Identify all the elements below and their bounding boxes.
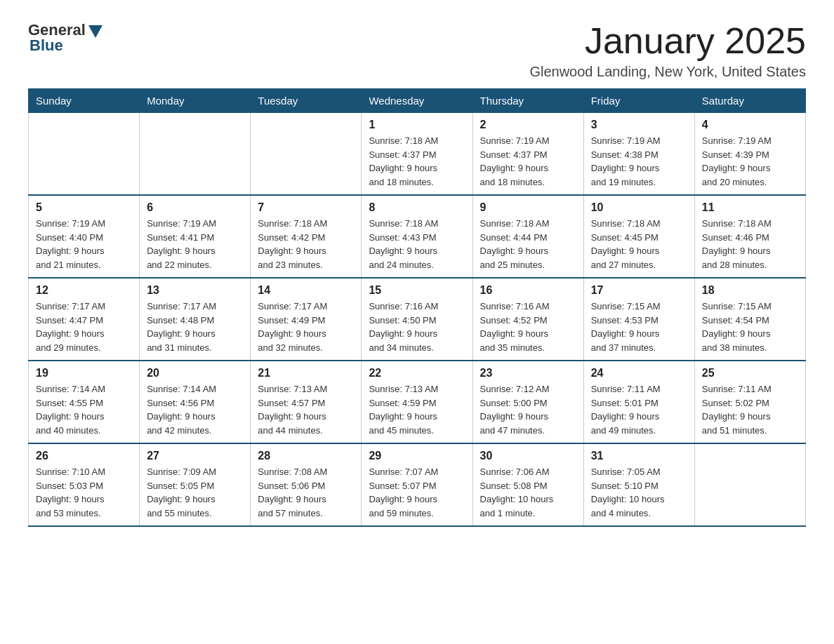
calendar-cell: 14Sunrise: 7:17 AMSunset: 4:49 PMDayligh… xyxy=(251,278,362,361)
calendar-cell: 21Sunrise: 7:13 AMSunset: 4:57 PMDayligh… xyxy=(251,361,362,443)
calendar-week-2: 5Sunrise: 7:19 AMSunset: 4:40 PMDaylight… xyxy=(29,195,806,278)
calendar-cell: 9Sunrise: 7:18 AMSunset: 4:44 PMDaylight… xyxy=(472,195,583,278)
day-info: Sunrise: 7:19 AMSunset: 4:39 PMDaylight:… xyxy=(702,134,798,189)
day-info: Sunrise: 7:06 AMSunset: 5:08 PMDaylight:… xyxy=(480,465,576,520)
day-number: 19 xyxy=(36,367,132,380)
day-info: Sunrise: 7:18 AMSunset: 4:44 PMDaylight:… xyxy=(480,217,576,271)
calendar-cell: 1Sunrise: 7:18 AMSunset: 4:37 PMDaylight… xyxy=(362,113,472,196)
weekday-header-tuesday: Tuesday xyxy=(251,89,362,113)
day-number: 13 xyxy=(147,284,243,297)
day-number: 2 xyxy=(480,119,576,131)
day-info: Sunrise: 7:15 AMSunset: 4:54 PMDaylight:… xyxy=(702,300,798,354)
calendar-cell xyxy=(29,113,140,196)
day-info: Sunrise: 7:14 AMSunset: 4:56 PMDaylight:… xyxy=(147,382,243,437)
day-info: Sunrise: 7:14 AMSunset: 4:55 PMDaylight:… xyxy=(36,382,132,437)
day-info: Sunrise: 7:18 AMSunset: 4:37 PMDaylight:… xyxy=(369,134,465,189)
day-number: 3 xyxy=(591,119,687,131)
weekday-header-saturday: Saturday xyxy=(694,89,805,113)
calendar-cell: 19Sunrise: 7:14 AMSunset: 4:55 PMDayligh… xyxy=(29,361,140,443)
logo: General Blue xyxy=(28,21,102,55)
calendar-cell: 6Sunrise: 7:19 AMSunset: 4:41 PMDaylight… xyxy=(140,195,251,278)
calendar-cell xyxy=(140,113,251,196)
calendar-cell: 15Sunrise: 7:16 AMSunset: 4:50 PMDayligh… xyxy=(362,278,472,361)
day-number: 24 xyxy=(591,367,687,380)
calendar-cell: 8Sunrise: 7:18 AMSunset: 4:43 PMDaylight… xyxy=(362,195,472,278)
calendar-cell xyxy=(251,113,362,196)
calendar-table: SundayMondayTuesdayWednesdayThursdayFrid… xyxy=(28,88,806,527)
day-info: Sunrise: 7:17 AMSunset: 4:49 PMDaylight:… xyxy=(258,300,354,354)
day-number: 16 xyxy=(480,284,576,297)
day-number: 29 xyxy=(369,450,465,462)
day-number: 6 xyxy=(147,201,243,214)
day-number: 14 xyxy=(258,284,354,297)
day-info: Sunrise: 7:11 AMSunset: 5:01 PMDaylight:… xyxy=(591,382,687,437)
day-number: 28 xyxy=(258,450,354,462)
subtitle: Glenwood Landing, New York, United State… xyxy=(529,64,806,80)
day-info: Sunrise: 7:18 AMSunset: 4:46 PMDaylight:… xyxy=(702,217,798,271)
calendar-cell: 23Sunrise: 7:12 AMSunset: 5:00 PMDayligh… xyxy=(472,361,583,443)
calendar-cell: 2Sunrise: 7:19 AMSunset: 4:37 PMDaylight… xyxy=(472,113,583,196)
calendar-cell xyxy=(694,443,805,526)
weekday-header-monday: Monday xyxy=(140,89,251,113)
day-number: 10 xyxy=(591,201,687,214)
calendar-week-1: 1Sunrise: 7:18 AMSunset: 4:37 PMDaylight… xyxy=(29,113,806,196)
calendar-cell: 30Sunrise: 7:06 AMSunset: 5:08 PMDayligh… xyxy=(472,443,583,526)
day-info: Sunrise: 7:13 AMSunset: 4:57 PMDaylight:… xyxy=(258,382,354,437)
calendar-cell: 16Sunrise: 7:16 AMSunset: 4:52 PMDayligh… xyxy=(472,278,583,361)
day-info: Sunrise: 7:19 AMSunset: 4:41 PMDaylight:… xyxy=(147,217,243,271)
calendar-week-3: 12Sunrise: 7:17 AMSunset: 4:47 PMDayligh… xyxy=(29,278,806,361)
weekday-header-sunday: Sunday xyxy=(29,89,140,113)
weekday-header-row: SundayMondayTuesdayWednesdayThursdayFrid… xyxy=(29,89,806,113)
day-number: 31 xyxy=(591,450,687,462)
day-info: Sunrise: 7:10 AMSunset: 5:03 PMDaylight:… xyxy=(36,465,132,520)
day-info: Sunrise: 7:18 AMSunset: 4:42 PMDaylight:… xyxy=(258,217,354,271)
calendar-cell: 22Sunrise: 7:13 AMSunset: 4:59 PMDayligh… xyxy=(362,361,472,443)
day-info: Sunrise: 7:16 AMSunset: 4:52 PMDaylight:… xyxy=(480,300,576,354)
day-info: Sunrise: 7:18 AMSunset: 4:43 PMDaylight:… xyxy=(369,217,465,271)
day-number: 11 xyxy=(702,201,798,214)
day-number: 4 xyxy=(702,119,798,131)
logo-blue-text: Blue xyxy=(29,36,63,55)
day-info: Sunrise: 7:17 AMSunset: 4:47 PMDaylight:… xyxy=(36,300,132,354)
day-number: 15 xyxy=(369,284,465,297)
calendar-cell: 27Sunrise: 7:09 AMSunset: 5:05 PMDayligh… xyxy=(140,443,251,526)
day-number: 9 xyxy=(480,201,576,214)
calendar-cell: 7Sunrise: 7:18 AMSunset: 4:42 PMDaylight… xyxy=(251,195,362,278)
main-title: January 2025 xyxy=(529,21,806,61)
calendar-cell: 18Sunrise: 7:15 AMSunset: 4:54 PMDayligh… xyxy=(694,278,805,361)
day-number: 7 xyxy=(258,201,354,214)
calendar-cell: 28Sunrise: 7:08 AMSunset: 5:06 PMDayligh… xyxy=(251,443,362,526)
logo-triangle-icon xyxy=(88,25,102,38)
day-number: 30 xyxy=(480,450,576,462)
day-number: 26 xyxy=(36,450,132,462)
day-number: 5 xyxy=(36,201,132,214)
day-number: 17 xyxy=(591,284,687,297)
calendar-cell: 26Sunrise: 7:10 AMSunset: 5:03 PMDayligh… xyxy=(29,443,140,526)
day-number: 25 xyxy=(702,367,798,380)
weekday-header-thursday: Thursday xyxy=(472,89,583,113)
day-number: 23 xyxy=(480,367,576,380)
calendar-cell: 13Sunrise: 7:17 AMSunset: 4:48 PMDayligh… xyxy=(140,278,251,361)
calendar-cell: 20Sunrise: 7:14 AMSunset: 4:56 PMDayligh… xyxy=(140,361,251,443)
day-info: Sunrise: 7:19 AMSunset: 4:40 PMDaylight:… xyxy=(36,217,132,271)
day-info: Sunrise: 7:12 AMSunset: 5:00 PMDaylight:… xyxy=(480,382,576,437)
day-info: Sunrise: 7:07 AMSunset: 5:07 PMDaylight:… xyxy=(369,465,465,520)
day-number: 27 xyxy=(147,450,243,462)
day-info: Sunrise: 7:17 AMSunset: 4:48 PMDaylight:… xyxy=(147,300,243,354)
day-info: Sunrise: 7:19 AMSunset: 4:37 PMDaylight:… xyxy=(480,134,576,189)
day-info: Sunrise: 7:19 AMSunset: 4:38 PMDaylight:… xyxy=(591,134,687,189)
calendar-cell: 31Sunrise: 7:05 AMSunset: 5:10 PMDayligh… xyxy=(583,443,694,526)
calendar-cell: 17Sunrise: 7:15 AMSunset: 4:53 PMDayligh… xyxy=(583,278,694,361)
day-info: Sunrise: 7:13 AMSunset: 4:59 PMDaylight:… xyxy=(369,382,465,437)
day-number: 20 xyxy=(147,367,243,380)
day-number: 1 xyxy=(369,119,465,131)
calendar-cell: 12Sunrise: 7:17 AMSunset: 4:47 PMDayligh… xyxy=(29,278,140,361)
page-header: General Blue January 2025 Glenwood Landi… xyxy=(28,21,806,80)
day-info: Sunrise: 7:09 AMSunset: 5:05 PMDaylight:… xyxy=(147,465,243,520)
day-info: Sunrise: 7:08 AMSunset: 5:06 PMDaylight:… xyxy=(258,465,354,520)
calendar-cell: 11Sunrise: 7:18 AMSunset: 4:46 PMDayligh… xyxy=(694,195,805,278)
day-info: Sunrise: 7:18 AMSunset: 4:45 PMDaylight:… xyxy=(591,217,687,271)
calendar-cell: 10Sunrise: 7:18 AMSunset: 4:45 PMDayligh… xyxy=(583,195,694,278)
calendar-cell: 5Sunrise: 7:19 AMSunset: 4:40 PMDaylight… xyxy=(29,195,140,278)
calendar-cell: 4Sunrise: 7:19 AMSunset: 4:39 PMDaylight… xyxy=(694,113,805,196)
